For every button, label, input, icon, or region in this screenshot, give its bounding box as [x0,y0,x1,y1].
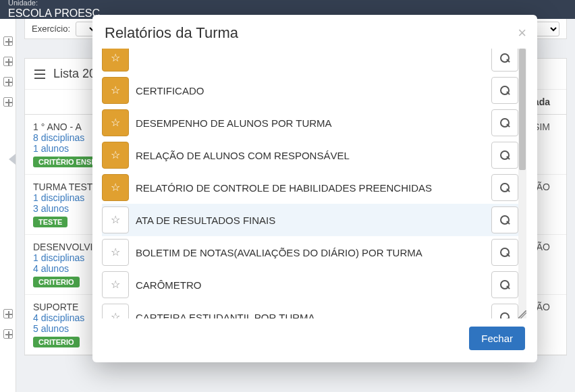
favorite-button[interactable]: ☆ [102,109,129,136]
list-icon [34,69,45,79]
resize-corner-icon[interactable] [518,310,526,318]
org-label: Unidade: [8,0,38,7]
view-report-button[interactable] [491,49,518,72]
favorite-button[interactable]: ☆ [102,174,129,201]
search-icon [500,280,510,289]
report-row: ☆RELAÇÃO DE ALUNOS COM RESPONSÁVEL [102,139,518,171]
star-icon: ☆ [111,150,120,161]
star-icon: ☆ [111,53,120,63]
modal-title: Relatórios da Turma [105,24,238,41]
search-icon [500,248,510,257]
modal-footer: Fechar [92,318,537,362]
favorite-button[interactable]: ☆ [102,239,129,266]
modal-body: ☆☆CERTIFICADO☆DESEMPENHO DE ALUNOS POR T… [92,49,537,318]
row-badge: TESTE [33,217,67,227]
view-report-button[interactable] [491,206,518,233]
expand-icon[interactable] [3,57,13,66]
view-report-button[interactable] [491,142,518,169]
report-row: ☆RELATÓRIO DE CONTROLE DE HABILIDADES PR… [102,171,518,204]
favorite-button[interactable]: ☆ [102,49,129,72]
search-icon [500,53,510,63]
expand-icon[interactable] [3,77,13,86]
view-report-button[interactable] [491,304,518,318]
favorite-button[interactable]: ☆ [102,142,129,169]
scrollbar-thumb[interactable] [519,49,526,170]
view-report-button[interactable] [491,109,518,136]
favorite-button[interactable]: ☆ [102,304,129,318]
reports-modal: Relatórios da Turma × ☆☆CERTIFICADO☆DESE… [92,15,537,362]
search-icon [500,118,510,128]
report-row: ☆DESEMPENHO DE ALUNOS POR TURMA [102,107,518,139]
favorite-button[interactable]: ☆ [102,271,129,298]
search-icon [500,215,510,225]
report-row: ☆BOLETIM DE NOTAS(AVALIAÇÕES DO DIÁRIO) … [102,236,518,269]
report-label: RELATÓRIO DE CONTROLE DE HABILIDADES PRE… [136,179,485,196]
search-icon [500,86,510,95]
search-icon [500,150,510,160]
scrollbar[interactable] [518,49,526,318]
star-icon: ☆ [111,312,120,318]
expand-icon[interactable] [3,97,13,107]
star-icon: ☆ [111,215,120,225]
star-icon: ☆ [111,182,120,193]
collapse-handle-icon[interactable] [9,154,16,165]
star-icon: ☆ [111,247,120,258]
school-name: ESCOLA PROESC [8,7,100,20]
close-button[interactable]: Fechar [469,327,525,350]
report-label: CERTIFICADO [136,82,485,99]
report-row: ☆CARÔMETRO [102,269,518,301]
report-row: ☆ [102,49,518,74]
expand-icon[interactable] [3,36,13,46]
view-report-button[interactable] [491,271,518,298]
report-row: ☆CARTEIRA ESTUDANTIL POR TURMA [102,301,518,318]
star-icon: ☆ [111,85,120,96]
reports-scroll[interactable]: ☆☆CERTIFICADO☆DESEMPENHO DE ALUNOS POR T… [102,49,526,318]
favorite-button[interactable]: ☆ [102,77,129,104]
row-badge: CRITERIO [33,337,80,347]
view-report-button[interactable] [491,239,518,266]
search-icon [500,183,510,192]
report-label: RELAÇÃO DE ALUNOS COM RESPONSÁVEL [136,147,485,164]
report-label: CARTEIRA ESTUDANTIL POR TURMA [136,309,485,319]
report-label: BOLETIM DE NOTAS(AVALIAÇÕES DO DIÁRIO) P… [136,244,485,261]
close-icon[interactable]: × [518,26,526,40]
report-label: ATA DE RESULTADOS FINAIS [136,212,485,229]
expand-icon[interactable] [3,329,13,339]
view-report-button[interactable] [491,174,518,201]
filter-label: Exercício: [32,24,70,34]
left-sidebar [0,19,16,392]
star-icon: ☆ [111,279,120,290]
star-icon: ☆ [111,117,120,128]
row-badge: CRITERIO [33,277,80,287]
report-label: DESEMPENHO DE ALUNOS POR TURMA [136,115,485,132]
search-icon [500,312,510,318]
modal-header: Relatórios da Turma × [92,15,537,49]
expand-icon[interactable] [3,309,13,318]
favorite-button[interactable]: ☆ [102,206,129,233]
view-report-button[interactable] [491,77,518,104]
report-label: CARÔMETRO [136,277,485,293]
report-row: ☆ATA DE RESULTADOS FINAIS [102,204,518,236]
report-row: ☆CERTIFICADO [102,74,518,107]
report-label [136,55,485,61]
